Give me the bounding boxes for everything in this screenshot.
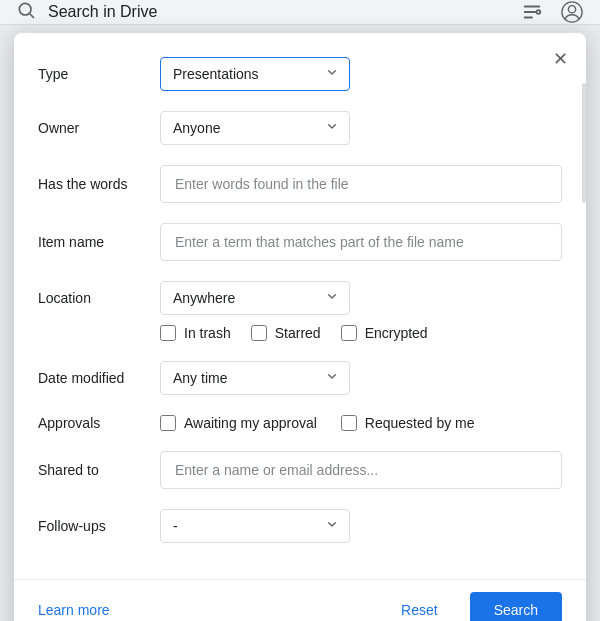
follow-ups-label: Follow-ups bbox=[38, 518, 148, 534]
location-select[interactable]: Anywhere bbox=[160, 281, 350, 315]
shared-to-label: Shared to bbox=[38, 462, 148, 478]
shared-to-row: Shared to bbox=[38, 451, 562, 489]
date-modified-select[interactable]: Any time bbox=[160, 361, 350, 395]
top-bar: Search in Drive bbox=[0, 0, 600, 25]
svg-point-5 bbox=[537, 10, 541, 14]
item-name-input[interactable] bbox=[160, 223, 562, 261]
location-checkboxes: In trash Starred Encrypted bbox=[160, 325, 562, 341]
type-label: Type bbox=[38, 66, 148, 82]
learn-more-link[interactable]: Learn more bbox=[38, 602, 110, 618]
starred-input[interactable] bbox=[251, 325, 267, 341]
encrypted-checkbox[interactable]: Encrypted bbox=[341, 325, 428, 341]
filter-icon[interactable] bbox=[520, 0, 544, 24]
location-label-row: Location Anywhere bbox=[38, 281, 562, 315]
encrypted-label: Encrypted bbox=[365, 325, 428, 341]
item-name-control bbox=[160, 223, 562, 261]
modal-footer: Learn more Reset Search bbox=[14, 579, 586, 621]
search-filters-modal: ✕ Type Presentations bbox=[14, 33, 586, 621]
type-row: Type Presentations bbox=[38, 57, 562, 91]
follow-ups-select-wrapper: - bbox=[160, 509, 350, 543]
starred-label: Starred bbox=[275, 325, 321, 341]
date-modified-select-wrapper: Any time bbox=[160, 361, 350, 395]
shared-to-input[interactable] bbox=[160, 451, 562, 489]
search-icon bbox=[16, 0, 36, 24]
search-button[interactable]: Search bbox=[470, 592, 562, 621]
in-trash-checkbox[interactable]: In trash bbox=[160, 325, 231, 341]
awaiting-approval-input[interactable] bbox=[160, 415, 176, 431]
reset-button[interactable]: Reset bbox=[385, 594, 454, 621]
owner-control: Anyone bbox=[160, 111, 562, 145]
follow-ups-control: - bbox=[160, 509, 562, 543]
modal-body: Type Presentations Owner bbox=[14, 33, 586, 579]
date-modified-label: Date modified bbox=[38, 370, 148, 386]
requested-by-me-input[interactable] bbox=[341, 415, 357, 431]
requested-by-me-checkbox[interactable]: Requested by me bbox=[341, 415, 475, 431]
top-bar-actions bbox=[520, 0, 584, 24]
owner-select-wrapper: Anyone bbox=[160, 111, 350, 145]
account-icon[interactable] bbox=[560, 0, 584, 24]
approvals-checkboxes: Awaiting my approval Requested by me bbox=[160, 415, 562, 431]
starred-checkbox[interactable]: Starred bbox=[251, 325, 321, 341]
has-words-label: Has the words bbox=[38, 176, 148, 192]
footer-left: Learn more bbox=[38, 602, 110, 618]
item-name-label: Item name bbox=[38, 234, 148, 250]
location-label: Location bbox=[38, 290, 148, 306]
encrypted-input[interactable] bbox=[341, 325, 357, 341]
follow-ups-row: Follow-ups - bbox=[38, 509, 562, 543]
awaiting-approval-checkbox[interactable]: Awaiting my approval bbox=[160, 415, 317, 431]
modal-overlay: ✕ Type Presentations bbox=[0, 25, 600, 621]
scrollbar bbox=[582, 83, 586, 203]
owner-select[interactable]: Anyone bbox=[160, 111, 350, 145]
has-words-control bbox=[160, 165, 562, 203]
shared-to-control bbox=[160, 451, 562, 489]
has-words-input[interactable] bbox=[160, 165, 562, 203]
type-control: Presentations bbox=[160, 57, 562, 91]
has-words-row: Has the words bbox=[38, 165, 562, 203]
approvals-row: Approvals Awaiting my approval Requested… bbox=[38, 415, 562, 431]
owner-row: Owner Anyone bbox=[38, 111, 562, 145]
type-select[interactable]: Presentations bbox=[160, 57, 350, 91]
in-trash-label: In trash bbox=[184, 325, 231, 341]
search-bar-label: Search in Drive bbox=[48, 3, 508, 21]
requested-by-me-label: Requested by me bbox=[365, 415, 475, 431]
svg-point-7 bbox=[568, 6, 575, 13]
item-name-row: Item name bbox=[38, 223, 562, 261]
awaiting-approval-label: Awaiting my approval bbox=[184, 415, 317, 431]
follow-ups-select[interactable]: - bbox=[160, 509, 350, 543]
date-modified-row: Date modified Any time bbox=[38, 361, 562, 395]
date-modified-control: Any time bbox=[160, 361, 562, 395]
location-row: Location Anywhere In trash bbox=[38, 281, 562, 341]
type-select-wrapper: Presentations bbox=[160, 57, 350, 91]
in-trash-input[interactable] bbox=[160, 325, 176, 341]
owner-label: Owner bbox=[38, 120, 148, 136]
svg-line-1 bbox=[30, 14, 34, 18]
approvals-label: Approvals bbox=[38, 415, 148, 431]
close-button[interactable]: ✕ bbox=[546, 45, 574, 73]
footer-right: Reset Search bbox=[385, 592, 562, 621]
location-select-wrapper: Anywhere bbox=[160, 281, 350, 315]
